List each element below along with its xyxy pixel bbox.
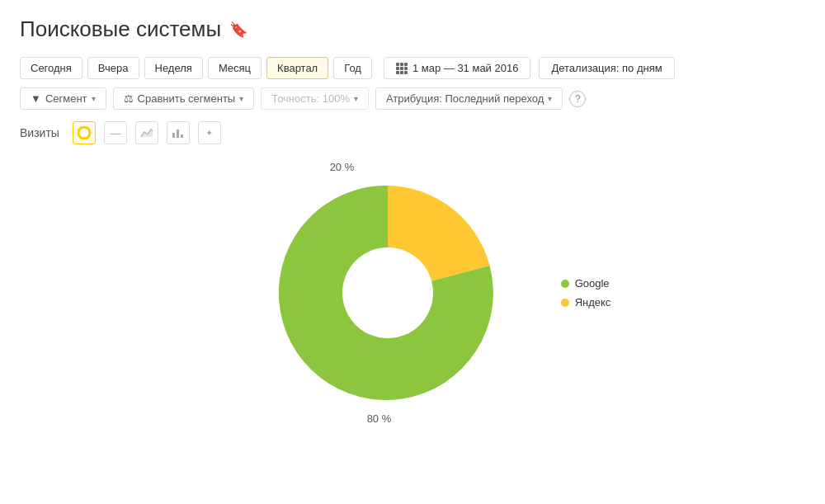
metric-row: Визиты — ✦	[20, 121, 805, 144]
tab-yesterday[interactable]: Вчера	[87, 57, 139, 79]
svg-rect-4	[177, 130, 179, 138]
toolbar-row: Сегодня Вчера Неделя Месяц Квартал Год 1…	[20, 57, 805, 79]
tab-week[interactable]: Неделя	[144, 57, 203, 79]
tab-year[interactable]: Год	[333, 57, 372, 79]
donut-chart-icon	[78, 126, 91, 139]
svg-point-1	[81, 130, 87, 136]
compare-segments-button[interactable]: ⚖ Сравнить сегменты ▾	[113, 87, 255, 110]
yandex-legend-label: Яндекс	[575, 296, 611, 309]
yandex-legend-dot	[561, 299, 569, 307]
segment-arrow: ▾	[92, 94, 96, 103]
bar-chart-icon	[172, 126, 185, 139]
chart-type-bar[interactable]	[167, 121, 190, 144]
compare-arrow: ▾	[239, 94, 243, 103]
legend-item-yandex: Яндекс	[561, 296, 611, 309]
attribution-button[interactable]: Атрибуция: Последний переход ▾	[375, 87, 563, 110]
svg-rect-3	[172, 133, 175, 138]
attribution-label: Атрибуция: Последний переход	[386, 92, 544, 105]
accuracy-label: Точность: 100%	[271, 92, 350, 105]
filter-icon: ▼	[31, 92, 41, 105]
accuracy-button[interactable]: Точность: 100% ▾	[261, 87, 369, 110]
tab-today[interactable]: Сегодня	[20, 57, 82, 79]
tab-quarter[interactable]: Квартал	[266, 57, 328, 79]
google-legend-label: Google	[575, 277, 610, 290]
svg-rect-5	[181, 134, 183, 138]
bookmark-icon[interactable]: 🔖	[229, 21, 248, 39]
metric-label: Визиты	[20, 126, 59, 139]
chart-type-scatter[interactable]: ✦	[198, 121, 221, 144]
compare-icon: ⚖	[124, 92, 134, 105]
donut-chart: 20 % 80 %	[248, 153, 528, 433]
chart-type-area[interactable]	[135, 121, 158, 144]
scatter-icon: ✦	[205, 128, 213, 139]
date-range-label: 1 мар — 31 май 2016	[412, 62, 519, 74]
area-chart-icon	[140, 126, 153, 139]
donut-hole	[342, 247, 433, 338]
date-range-button[interactable]: 1 мар — 31 май 2016	[384, 57, 531, 79]
chart-legend: Google Яндекс	[561, 277, 611, 309]
donut-svg	[248, 153, 528, 433]
chart-type-line[interactable]: —	[104, 121, 127, 144]
chart-area: 20 % 80 %	[20, 153, 805, 433]
filter-row: ▼ Сегмент ▾ ⚖ Сравнить сегменты ▾ Точнос…	[20, 87, 805, 110]
donut-label-bottom: 80 %	[367, 412, 392, 425]
chart-type-donut[interactable]	[73, 121, 96, 144]
segment-label: Сегмент	[45, 92, 87, 105]
calendar-grid-icon	[396, 63, 408, 74]
donut-label-top: 20 %	[330, 161, 355, 173]
page-title: Поисковые системы	[20, 16, 221, 42]
detail-button[interactable]: Детализация: по дням	[539, 57, 674, 79]
accuracy-arrow: ▾	[354, 94, 358, 103]
help-icon[interactable]: ?	[569, 91, 586, 107]
legend-item-google: Google	[561, 277, 611, 290]
compare-label: Сравнить сегменты	[138, 92, 236, 105]
attribution-arrow: ▾	[548, 94, 552, 103]
tab-month[interactable]: Месяц	[208, 57, 262, 79]
google-legend-dot	[561, 280, 569, 288]
segment-button[interactable]: ▼ Сегмент ▾	[20, 87, 106, 110]
line-chart-icon: —	[110, 127, 120, 139]
